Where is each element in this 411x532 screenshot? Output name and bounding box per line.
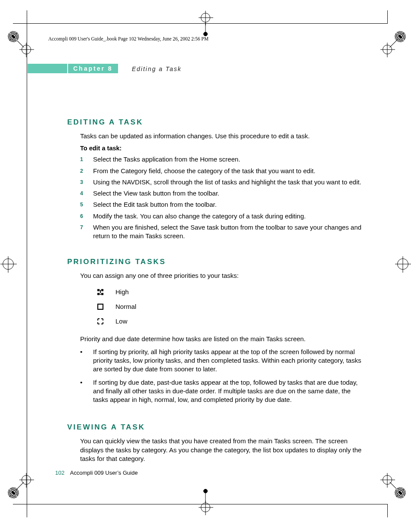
priority-label: Normal [115, 303, 136, 310]
step-item: 7When you are finished, select the Save … [80, 223, 366, 241]
priority-row-high: High [97, 285, 366, 299]
book-title: Accompli 009 User’s Guide [70, 470, 138, 476]
bullet-list: If sorting by priority, all high priorit… [80, 348, 366, 404]
step-text: Using the NAVDISK, scroll through the li… [93, 178, 366, 187]
chapter-title: Editing a Task [132, 65, 181, 72]
registration-mark-icon [383, 475, 406, 498]
chapter-strip [28, 64, 67, 73]
crop-tick [387, 10, 388, 23]
bullet-item: If sorting by priority, all high priorit… [80, 348, 366, 374]
step-text: Select the Edit task button from the too… [93, 200, 366, 209]
section-text: Priority and due date determine how task… [80, 335, 366, 343]
priority-label: High [115, 288, 129, 296]
chapter-label: Chapter 8 [68, 64, 118, 73]
registration-mark-icon [199, 490, 212, 514]
bullet-item: If sorting by due date, past-due tasks a… [80, 378, 366, 404]
bullet-text: If sorting by due date, past-due tasks a… [93, 378, 366, 404]
registration-cross-icon [3, 258, 16, 271]
svg-rect-0 [100, 290, 101, 293]
priority-row-low: Low [97, 314, 366, 329]
registration-mark-icon [8, 31, 31, 54]
crop-tick [27, 10, 27, 23]
crop-tick [13, 504, 27, 504]
section-intro: Tasks can be updated as information chan… [80, 132, 366, 140]
step-item: 5Select the Edit task button from the to… [80, 200, 366, 209]
step-item: 6Modify the task. You can also change th… [80, 212, 366, 221]
step-item: 3Using the NAVDISK, scroll through the l… [80, 178, 366, 187]
registration-mark-icon [8, 475, 31, 498]
step-item: 2From the Category field, choose the cat… [80, 167, 366, 175]
svg-rect-2 [98, 304, 103, 309]
step-text: When you are finished, select the Save t… [93, 223, 366, 241]
priority-list: High Normal Low [97, 285, 366, 329]
step-text: Select the Tasks application from the Ho… [93, 155, 366, 164]
procedure-steps: 1Select the Tasks application from the H… [80, 155, 366, 240]
priority-high-icon [97, 289, 115, 296]
registration-mark-icon [199, 11, 212, 35]
step-item: 1Select the Tasks application from the H… [80, 155, 366, 164]
registration-mark-icon [383, 31, 406, 54]
crop-tick [13, 23, 27, 24]
section-heading-editing: EDITING A TASK [67, 118, 366, 127]
priority-label: Low [115, 317, 128, 325]
crop-tick [27, 504, 27, 517]
step-text: Modify the task. You can also change the… [93, 212, 366, 221]
bullet-text: If sorting by priority, all high priorit… [93, 348, 366, 374]
svg-point-1 [100, 293, 101, 295]
procedure-lead: To edit a task: [80, 145, 366, 152]
step-text: Select the View task button from the too… [93, 189, 366, 198]
step-item: 4Select the View task button from the to… [80, 189, 366, 198]
section-intro: You can quickly view the tasks that you … [80, 437, 366, 463]
crop-tick [387, 504, 388, 517]
page-footer: 102 Accompli 009 User’s Guide [55, 470, 138, 476]
registration-cross-icon [397, 258, 410, 271]
priority-row-normal: Normal [97, 299, 366, 314]
section-heading-viewing: VIEWING A TASK [67, 423, 366, 432]
section-heading-prioritizing: PRIORITIZING TASKS [67, 258, 366, 266]
step-text: From the Category field, choose the cate… [93, 167, 366, 175]
crop-line [27, 23, 27, 504]
page-number: 102 [55, 470, 65, 476]
section-intro: You can assign any one of three prioriti… [80, 271, 366, 280]
priority-normal-icon [97, 303, 115, 310]
priority-low-icon [97, 318, 115, 325]
document-meta-header: Accompli 009 User's Guide_.book Page 102… [48, 36, 209, 41]
